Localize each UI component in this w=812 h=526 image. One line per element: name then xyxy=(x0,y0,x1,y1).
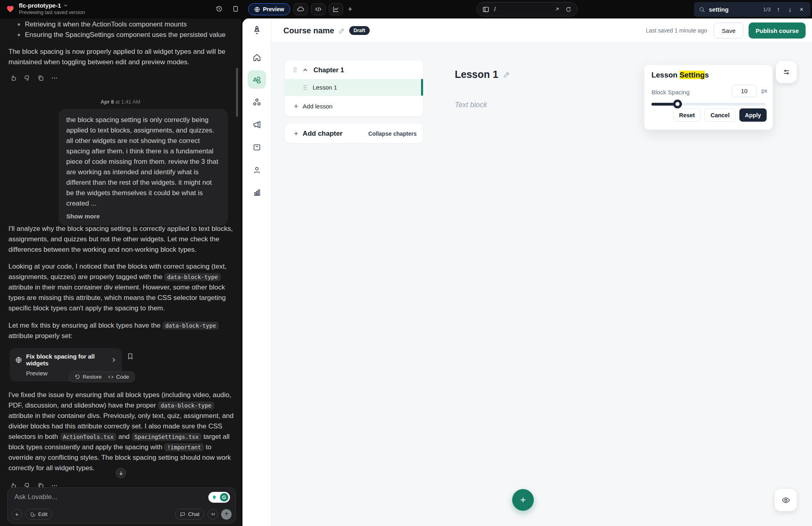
chat-scrollbar[interactable] xyxy=(236,68,238,117)
find-close-button[interactable]: × xyxy=(798,6,806,13)
restore-icon xyxy=(75,374,80,380)
cloud-button[interactable] xyxy=(293,3,308,15)
app-preview: Course name Draft Last saved 1 minute ag… xyxy=(242,18,812,526)
rocket-icon[interactable] xyxy=(252,24,262,36)
chat-input-placeholder[interactable]: Ask Lovable... xyxy=(14,493,57,501)
block-spacing-value-input[interactable] xyxy=(732,85,757,97)
restore-code-pill: Restore Code xyxy=(69,371,135,382)
nav-profile-icon[interactable] xyxy=(252,165,261,175)
eye-icon xyxy=(781,496,790,505)
collapse-chapters-button[interactable]: Collapse chapters xyxy=(368,130,417,137)
attach-button[interactable]: + xyxy=(12,509,22,520)
chapter-header-row[interactable]: Chapter 1 xyxy=(285,61,423,79)
bookmark-icon[interactable] xyxy=(127,353,134,360)
url-bar[interactable]: / xyxy=(476,2,578,16)
lesson-settings-panel: Lesson Settings Block Spacing px Reset C… xyxy=(644,65,773,130)
reset-button[interactable]: Reset xyxy=(673,108,701,122)
publish-course-button[interactable]: Publish course xyxy=(749,22,806,39)
edit-mode-button[interactable]: Edit xyxy=(25,509,52,520)
message-timestamp: Apr 8 at 1:41 AM xyxy=(0,99,241,105)
project-name-row[interactable]: flc-prototype-1 xyxy=(19,2,85,9)
nav-groups-icon[interactable] xyxy=(252,98,261,107)
globe-icon xyxy=(254,6,260,12)
find-previous-button[interactable]: ↑ xyxy=(774,6,782,13)
show-more-link[interactable]: Show more xyxy=(66,213,220,220)
title-segment: s xyxy=(705,71,709,79)
draft-status-badge: Draft xyxy=(349,26,370,35)
chevron-up-icon[interactable] xyxy=(303,67,308,73)
copy-icon[interactable] xyxy=(37,75,44,82)
add-lesson-button[interactable]: + Add lesson xyxy=(285,96,423,116)
drag-handle-icon[interactable] xyxy=(293,67,297,73)
thumbs-up-icon[interactable] xyxy=(10,75,17,82)
edit-pencil-icon[interactable] xyxy=(338,27,345,34)
assistant-looking-paragraph: Looking at your code, I noticed that the… xyxy=(8,261,233,314)
nav-announcements-icon[interactable] xyxy=(252,120,261,129)
add-chapter-card: + Add chapter Collapse chapters xyxy=(285,124,423,143)
restore-button[interactable]: Restore xyxy=(75,374,102,380)
voice-input-button[interactable] xyxy=(208,509,218,520)
preview-toggle-button[interactable] xyxy=(775,489,797,511)
nav-inbox-icon[interactable] xyxy=(252,143,261,152)
lesson-row-selected[interactable]: Lesson 1 xyxy=(285,79,423,96)
timestamp-time: at 1:41 AM xyxy=(115,99,140,105)
edit-pencil-icon[interactable] xyxy=(503,71,511,78)
url-path[interactable]: / xyxy=(494,6,549,12)
more-options-icon[interactable] xyxy=(51,75,58,82)
open-external-icon[interactable] xyxy=(554,6,560,12)
globe-icon xyxy=(15,357,22,363)
text-segment: attribute in their main container div el… xyxy=(8,283,226,312)
apply-button[interactable]: Apply xyxy=(739,108,767,122)
chat-mode-button[interactable]: Chat xyxy=(175,509,204,520)
bullet-item: Ensuring the SpacingSettings component u… xyxy=(25,30,226,40)
chat-panel: Retrieving it when the ActionTools compo… xyxy=(0,18,241,526)
bullet-icon xyxy=(18,23,20,26)
find-bar: setting 1/3 ↑ ↓ × xyxy=(694,2,810,17)
refresh-icon[interactable] xyxy=(566,6,572,12)
timestamp-date: Apr 8 xyxy=(100,99,114,105)
nav-analytics-icon[interactable] xyxy=(252,188,261,197)
drag-handle-icon[interactable] xyxy=(303,85,307,90)
topbar: flc-prototype-1 Previewing last saved ve… xyxy=(0,0,812,18)
assistant-summary-paragraph: The block spacing is now properly applie… xyxy=(8,47,233,67)
nav-content-shapes-icon[interactable] xyxy=(252,75,262,85)
code-button[interactable] xyxy=(311,3,326,15)
chevron-down-icon xyxy=(63,3,68,8)
add-chapter-button[interactable]: Add chapter xyxy=(303,130,342,138)
cloud-icon xyxy=(297,6,304,13)
title-segment: Lesson xyxy=(651,71,680,79)
analytics-button[interactable] xyxy=(329,3,343,15)
cancel-button[interactable]: Cancel xyxy=(704,108,736,122)
text-segment: attribute properly set: xyxy=(8,332,73,340)
chat-input-box[interactable]: Ask Lovable... G + Edit Chat xyxy=(7,487,236,524)
assistant-result-paragraph: I've fixed the issue by ensuring that al… xyxy=(8,390,234,473)
settings-toggle-button[interactable] xyxy=(776,61,797,83)
code-button[interactable]: Code xyxy=(108,374,129,380)
thumbs-down-icon[interactable] xyxy=(24,75,31,82)
lovable-heart-logo[interactable] xyxy=(6,4,15,13)
scroll-to-bottom-button[interactable] xyxy=(116,468,126,478)
inline-code-chip: data-block-type xyxy=(163,322,219,330)
lesson-title: Lesson 1 xyxy=(313,84,337,91)
add-block-fab[interactable]: + xyxy=(512,489,534,511)
slider-thumb[interactable] xyxy=(673,100,682,108)
inline-code-chip: ActionTools.tsx xyxy=(60,433,116,441)
find-match-count: 1/3 xyxy=(763,6,771,12)
nav-home-icon[interactable] xyxy=(252,53,261,62)
block-spacing-slider[interactable] xyxy=(651,103,765,106)
text-block-placeholder[interactable]: Text block xyxy=(455,101,487,109)
chat-bubble-icon xyxy=(180,512,185,517)
grammarly-extension-pill[interactable]: G xyxy=(208,492,230,503)
send-button[interactable] xyxy=(221,509,232,520)
device-frame-icon[interactable] xyxy=(232,5,239,12)
find-input[interactable]: setting xyxy=(709,6,759,13)
block-spacing-label: Block Spacing xyxy=(651,89,690,96)
save-button[interactable]: Save xyxy=(714,22,743,39)
plus-icon: + xyxy=(294,130,298,137)
waveform-icon xyxy=(210,512,216,517)
add-tab-button[interactable]: + xyxy=(348,5,352,14)
user-message-bubble: the block spacing setting is only correc… xyxy=(59,109,228,226)
preview-button[interactable]: Preview xyxy=(248,3,290,15)
find-next-button[interactable]: ↓ xyxy=(786,6,794,13)
history-icon[interactable] xyxy=(216,5,223,12)
